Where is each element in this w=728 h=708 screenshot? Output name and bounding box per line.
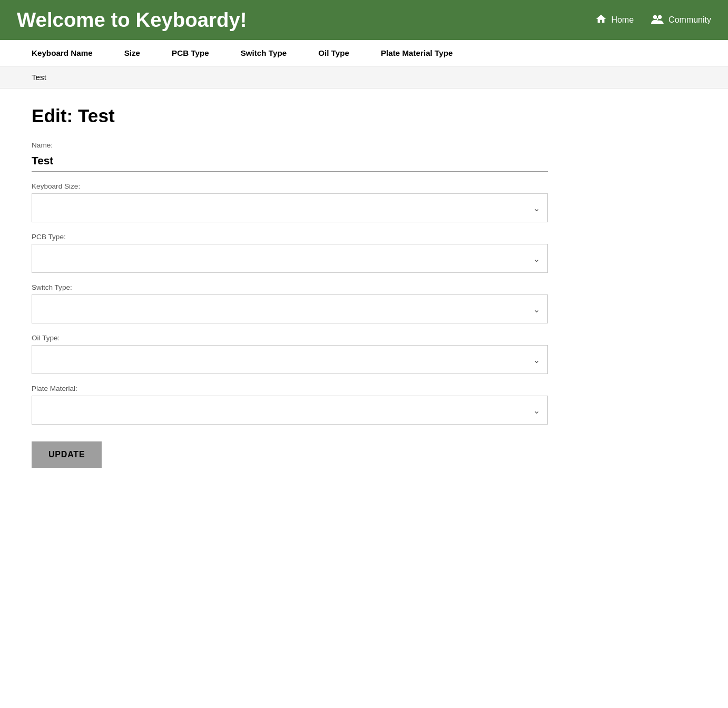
- row-keyboard-name: Test: [32, 73, 46, 82]
- col-keyboard-name: Keyboard Name: [32, 48, 93, 57]
- oil-type-label: Oil Type:: [32, 334, 548, 342]
- col-plate-material-type: Plate Material Type: [381, 48, 452, 57]
- home-icon: [595, 13, 607, 27]
- home-nav-link[interactable]: Home: [595, 13, 634, 27]
- oil-type-form-group: Oil Type: ⌄: [32, 334, 548, 374]
- plate-material-select-wrapper: ⌄: [32, 396, 548, 425]
- pcb-type-form-group: PCB Type: ⌄: [32, 233, 548, 273]
- home-label: Home: [611, 15, 634, 25]
- header-nav: Home Community: [595, 13, 711, 27]
- keyboard-size-select[interactable]: [32, 194, 547, 222]
- community-icon: [651, 13, 664, 27]
- oil-type-select-wrapper: ⌄: [32, 345, 548, 374]
- keyboard-size-label: Keyboard Size:: [32, 182, 548, 190]
- col-pcb-type: PCB Type: [172, 48, 209, 57]
- col-switch-type: Switch Type: [241, 48, 287, 57]
- app-header: Welcome to Keyboardy! Home Community: [0, 0, 728, 40]
- plate-material-label: Plate Material:: [32, 385, 548, 392]
- keyboard-size-select-wrapper: ⌄: [32, 193, 548, 222]
- col-oil-type: Oil Type: [318, 48, 349, 57]
- svg-point-0: [653, 15, 657, 19]
- pcb-type-label: PCB Type:: [32, 233, 548, 241]
- name-input[interactable]: [32, 152, 548, 172]
- table-row: Test: [0, 66, 728, 88]
- oil-type-select[interactable]: [32, 346, 547, 373]
- plate-material-form-group: Plate Material: ⌄: [32, 385, 548, 425]
- app-title: Welcome to Keyboardy!: [17, 8, 247, 32]
- pcb-type-select[interactable]: [32, 244, 547, 272]
- community-label: Community: [668, 15, 711, 25]
- switch-type-select-wrapper: ⌄: [32, 294, 548, 323]
- edit-title: Edit: Test: [32, 105, 548, 126]
- switch-type-label: Switch Type:: [32, 283, 548, 291]
- plate-material-select[interactable]: [32, 396, 547, 424]
- table-header: Keyboard Name Size PCB Type Switch Type …: [0, 40, 728, 66]
- svg-point-1: [658, 15, 662, 19]
- name-form-group: Name:: [32, 141, 548, 172]
- col-size: Size: [124, 48, 140, 57]
- update-button[interactable]: UPDATE: [32, 441, 102, 468]
- switch-type-select[interactable]: [32, 295, 547, 323]
- pcb-type-select-wrapper: ⌄: [32, 244, 548, 273]
- main-content: Edit: Test Name: Keyboard Size: ⌄ PCB Ty…: [0, 88, 579, 485]
- keyboard-size-form-group: Keyboard Size: ⌄: [32, 182, 548, 222]
- switch-type-form-group: Switch Type: ⌄: [32, 283, 548, 323]
- community-nav-link[interactable]: Community: [651, 13, 711, 27]
- name-label: Name:: [32, 141, 548, 149]
